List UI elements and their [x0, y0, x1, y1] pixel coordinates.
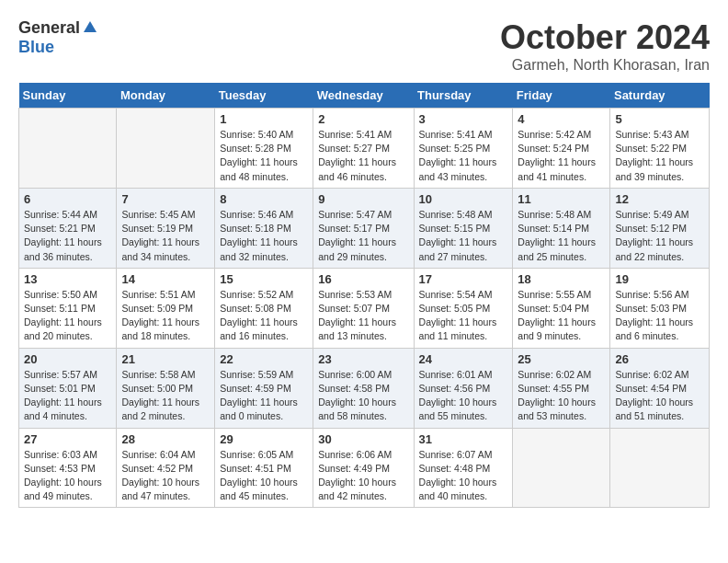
day-info: Sunrise: 5:51 AMSunset: 5:09 PMDaylight:…: [121, 288, 210, 344]
calendar-cell: [513, 428, 610, 508]
calendar-cell: 9Sunrise: 5:47 AMSunset: 5:17 PMDaylight…: [313, 188, 414, 268]
calendar-cell: 11Sunrise: 5:48 AMSunset: 5:14 PMDayligh…: [513, 188, 610, 268]
day-info: Sunrise: 5:44 AMSunset: 5:21 PMDaylight:…: [24, 208, 111, 264]
day-info: Sunrise: 6:01 AMSunset: 4:56 PMDaylight:…: [419, 368, 508, 424]
day-header-thursday: Thursday: [414, 83, 513, 109]
day-info: Sunrise: 5:56 AMSunset: 5:03 PMDaylight:…: [615, 288, 704, 344]
calendar-cell: 29Sunrise: 6:05 AMSunset: 4:51 PMDayligh…: [215, 428, 313, 508]
logo: General Blue: [18, 18, 98, 57]
calendar-subtitle: Garmeh, North Khorasan, Iran: [500, 57, 710, 74]
day-info: Sunrise: 5:47 AMSunset: 5:17 PMDaylight:…: [318, 208, 408, 264]
calendar-cell: 6Sunrise: 5:44 AMSunset: 5:21 PMDaylight…: [19, 188, 117, 268]
calendar-cell: 5Sunrise: 5:43 AMSunset: 5:22 PMDaylight…: [610, 109, 710, 189]
calendar-cell: 22Sunrise: 5:59 AMSunset: 4:59 PMDayligh…: [215, 348, 313, 428]
calendar-cell: 10Sunrise: 5:48 AMSunset: 5:15 PMDayligh…: [414, 188, 513, 268]
day-info: Sunrise: 6:03 AMSunset: 4:53 PMDaylight:…: [24, 448, 111, 504]
calendar-cell: 19Sunrise: 5:56 AMSunset: 5:03 PMDayligh…: [610, 268, 710, 348]
day-number: 1: [220, 112, 308, 126]
week-row-2: 6Sunrise: 5:44 AMSunset: 5:21 PMDaylight…: [19, 188, 710, 268]
day-number: 16: [318, 272, 408, 286]
day-number: 19: [615, 272, 704, 286]
day-header-monday: Monday: [117, 83, 215, 109]
logo-icon: [82, 19, 98, 36]
calendar-cell: 26Sunrise: 6:02 AMSunset: 4:54 PMDayligh…: [610, 348, 710, 428]
day-info: Sunrise: 5:59 AMSunset: 4:59 PMDaylight:…: [220, 368, 308, 424]
day-number: 27: [24, 432, 111, 446]
calendar-cell: 18Sunrise: 5:55 AMSunset: 5:04 PMDayligh…: [513, 268, 610, 348]
day-info: Sunrise: 5:54 AMSunset: 5:05 PMDaylight:…: [419, 288, 508, 344]
day-info: Sunrise: 5:46 AMSunset: 5:18 PMDaylight:…: [220, 208, 308, 264]
day-info: Sunrise: 5:48 AMSunset: 5:15 PMDaylight:…: [419, 208, 508, 264]
calendar-cell: 25Sunrise: 6:02 AMSunset: 4:55 PMDayligh…: [513, 348, 610, 428]
day-info: Sunrise: 6:04 AMSunset: 4:52 PMDaylight:…: [121, 448, 210, 504]
calendar-cell: 4Sunrise: 5:42 AMSunset: 5:24 PMDaylight…: [513, 109, 610, 189]
calendar-cell: 28Sunrise: 6:04 AMSunset: 4:52 PMDayligh…: [117, 428, 215, 508]
day-header-saturday: Saturday: [610, 83, 710, 109]
day-number: 28: [121, 432, 210, 446]
day-number: 7: [121, 192, 210, 206]
day-number: 22: [220, 352, 308, 366]
day-number: 12: [615, 192, 704, 206]
week-row-5: 27Sunrise: 6:03 AMSunset: 4:53 PMDayligh…: [19, 428, 710, 508]
day-number: 29: [220, 432, 308, 446]
calendar-cell: 24Sunrise: 6:01 AMSunset: 4:56 PMDayligh…: [414, 348, 513, 428]
day-number: 30: [318, 432, 408, 446]
day-info: Sunrise: 6:02 AMSunset: 4:54 PMDaylight:…: [615, 368, 704, 424]
day-info: Sunrise: 5:41 AMSunset: 5:25 PMDaylight:…: [419, 128, 508, 184]
calendar-cell: [117, 109, 215, 189]
day-info: Sunrise: 5:58 AMSunset: 5:00 PMDaylight:…: [121, 368, 210, 424]
day-number: 3: [419, 112, 508, 126]
calendar-cell: 21Sunrise: 5:58 AMSunset: 5:00 PMDayligh…: [117, 348, 215, 428]
day-number: 8: [220, 192, 308, 206]
calendar-cell: 13Sunrise: 5:50 AMSunset: 5:11 PMDayligh…: [19, 268, 117, 348]
day-info: Sunrise: 5:55 AMSunset: 5:04 PMDaylight:…: [518, 288, 605, 344]
day-number: 21: [121, 352, 210, 366]
calendar-cell: 31Sunrise: 6:07 AMSunset: 4:48 PMDayligh…: [414, 428, 513, 508]
day-header-friday: Friday: [513, 83, 610, 109]
calendar-table: SundayMondayTuesdayWednesdayThursdayFrid…: [18, 83, 710, 508]
header-section: General Blue October 2024 Garmeh, North …: [18, 18, 710, 74]
day-info: Sunrise: 5:57 AMSunset: 5:01 PMDaylight:…: [24, 368, 111, 424]
day-header-tuesday: Tuesday: [215, 83, 313, 109]
day-number: 4: [518, 112, 605, 126]
day-header-sunday: Sunday: [19, 83, 117, 109]
calendar-cell: 2Sunrise: 5:41 AMSunset: 5:27 PMDaylight…: [313, 109, 414, 189]
day-number: 2: [318, 112, 408, 126]
svg-marker-0: [84, 21, 97, 32]
day-info: Sunrise: 6:05 AMSunset: 4:51 PMDaylight:…: [220, 448, 308, 504]
day-number: 17: [419, 272, 508, 286]
day-number: 14: [121, 272, 210, 286]
calendar-title: October 2024: [500, 18, 710, 57]
day-info: Sunrise: 5:45 AMSunset: 5:19 PMDaylight:…: [121, 208, 210, 264]
calendar-cell: 12Sunrise: 5:49 AMSunset: 5:12 PMDayligh…: [610, 188, 710, 268]
calendar-cell: 20Sunrise: 5:57 AMSunset: 5:01 PMDayligh…: [19, 348, 117, 428]
calendar-cell: 14Sunrise: 5:51 AMSunset: 5:09 PMDayligh…: [117, 268, 215, 348]
day-number: 11: [518, 192, 605, 206]
day-number: 13: [24, 272, 111, 286]
calendar-cell: 17Sunrise: 5:54 AMSunset: 5:05 PMDayligh…: [414, 268, 513, 348]
logo-blue: Blue: [18, 38, 54, 57]
day-info: Sunrise: 5:48 AMSunset: 5:14 PMDaylight:…: [518, 208, 605, 264]
week-row-1: 1Sunrise: 5:40 AMSunset: 5:28 PMDaylight…: [19, 109, 710, 189]
calendar-cell: [19, 109, 117, 189]
calendar-cell: 8Sunrise: 5:46 AMSunset: 5:18 PMDaylight…: [215, 188, 313, 268]
day-info: Sunrise: 6:02 AMSunset: 4:55 PMDaylight:…: [518, 368, 605, 424]
day-number: 5: [615, 112, 704, 126]
day-info: Sunrise: 5:53 AMSunset: 5:07 PMDaylight:…: [318, 288, 408, 344]
calendar-cell: 16Sunrise: 5:53 AMSunset: 5:07 PMDayligh…: [313, 268, 414, 348]
day-number: 9: [318, 192, 408, 206]
day-info: Sunrise: 5:49 AMSunset: 5:12 PMDaylight:…: [615, 208, 704, 264]
day-info: Sunrise: 6:06 AMSunset: 4:49 PMDaylight:…: [318, 448, 408, 504]
title-section: October 2024 Garmeh, North Khorasan, Ira…: [500, 18, 710, 74]
day-number: 15: [220, 272, 308, 286]
day-number: 26: [615, 352, 704, 366]
day-number: 10: [419, 192, 508, 206]
day-info: Sunrise: 5:52 AMSunset: 5:08 PMDaylight:…: [220, 288, 308, 344]
calendar-cell: 15Sunrise: 5:52 AMSunset: 5:08 PMDayligh…: [215, 268, 313, 348]
calendar-cell: [610, 428, 710, 508]
day-number: 24: [419, 352, 508, 366]
day-info: Sunrise: 5:41 AMSunset: 5:27 PMDaylight:…: [318, 128, 408, 184]
day-info: Sunrise: 5:42 AMSunset: 5:24 PMDaylight:…: [518, 128, 605, 184]
day-info: Sunrise: 5:43 AMSunset: 5:22 PMDaylight:…: [615, 128, 704, 184]
day-number: 31: [419, 432, 508, 446]
